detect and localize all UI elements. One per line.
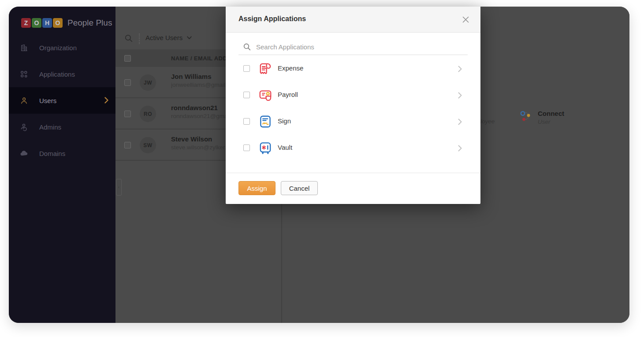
page: Z O H O People Plus Organization: [0, 0, 644, 337]
app-name: Sign: [278, 117, 291, 125]
sidebar-item-label: Users: [39, 97, 56, 104]
search-icon: [243, 43, 251, 51]
sidebar-item-label: Domains: [39, 150, 65, 157]
close-icon[interactable]: [462, 16, 469, 23]
expense-checkbox[interactable]: [243, 65, 250, 72]
sign-app-icon: [258, 114, 273, 129]
application-search: [238, 40, 468, 55]
sidebar-item-organization[interactable]: Organization: [9, 34, 115, 61]
sidebar-item-users[interactable]: Users: [9, 87, 115, 114]
sidebar-item-admins[interactable]: Admins: [9, 114, 115, 140]
sidebar: Z O H O People Plus Organization: [9, 7, 115, 323]
app-row-expense[interactable]: Expense: [226, 56, 480, 82]
chevron-right-icon: [458, 145, 462, 152]
logo-tile-o2: O: [53, 18, 63, 28]
logo-tile-o1: O: [32, 18, 41, 28]
product-name: People Plus: [67, 18, 112, 28]
app-row-sign[interactable]: Sign: [226, 108, 480, 135]
sidebar-item-domains[interactable]: Domains: [9, 140, 115, 167]
app-row-payroll[interactable]: Payroll: [226, 82, 480, 108]
logo-tile-z: Z: [21, 18, 31, 28]
zoho-logo[interactable]: Z O H O People Plus: [21, 18, 112, 28]
sign-checkbox[interactable]: [243, 118, 250, 125]
sidebar-item-label: Applications: [39, 70, 75, 78]
payroll-app-icon: [258, 88, 273, 103]
app-row-vault[interactable]: Vault: [226, 135, 480, 161]
modal-header: Assign Applications: [226, 7, 480, 33]
active-item-chevron-icon: [104, 97, 108, 104]
assign-button[interactable]: Assign: [238, 181, 275, 195]
chevron-right-icon: [458, 66, 462, 72]
app-name: Payroll: [278, 91, 298, 98]
assign-applications-modal: Assign Applications: [226, 7, 480, 204]
organization-icon: [20, 44, 28, 52]
search-applications-input[interactable]: [256, 41, 463, 53]
applications-icon: [20, 70, 28, 78]
vault-checkbox[interactable]: [243, 144, 250, 151]
cancel-button[interactable]: Cancel: [281, 181, 318, 195]
app-name: Expense: [278, 64, 303, 72]
sidebar-item-label: Admins: [39, 123, 61, 131]
domains-icon: [20, 149, 28, 158]
sidebar-item-applications[interactable]: Applications: [9, 61, 115, 87]
application-list: Expense Payroll: [226, 56, 480, 161]
app-name: Vault: [278, 144, 292, 151]
expense-app-icon: [258, 61, 273, 76]
sidebar-item-label: Organization: [39, 44, 77, 52]
users-icon: [20, 96, 28, 105]
sidebar-nav: Organization Applications: [9, 34, 115, 167]
logo-tile-h: H: [42, 18, 52, 28]
modal-title: Assign Applications: [238, 15, 306, 23]
chevron-right-icon: [458, 119, 462, 125]
vault-app-icon: [258, 141, 273, 156]
admins-icon: [20, 123, 28, 131]
chevron-right-icon: [458, 92, 462, 99]
modal-footer-divider: [226, 173, 480, 173]
payroll-checkbox[interactable]: [243, 92, 250, 98]
